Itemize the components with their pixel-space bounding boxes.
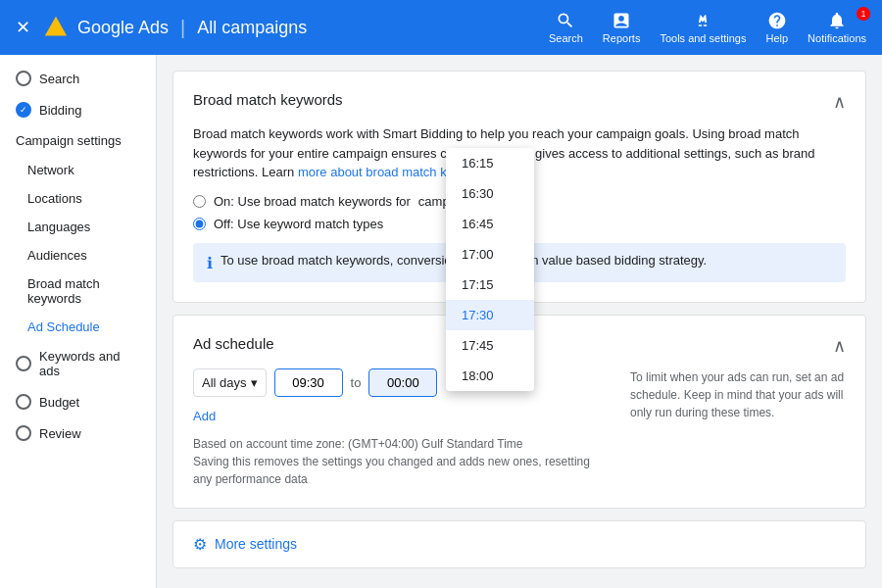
sidebar-item-broad-match[interactable]: Broad match keywords: [0, 270, 156, 313]
logo: Google Ads: [42, 14, 169, 41]
sidebar-review-indicator: [16, 425, 31, 441]
reports-nav-label: Reports: [603, 32, 641, 44]
main-content: Broad match keywords ∧ Broad match keywo…: [157, 55, 882, 588]
sidebar-item-network[interactable]: Network: [0, 156, 156, 184]
help-icon: [767, 11, 787, 30]
timezone-info: Based on account time zone: (GMT+04:00) …: [193, 435, 611, 453]
info-icon: ℹ: [207, 254, 213, 272]
schedule-right-info: To limit when your ads can run, set an a…: [630, 368, 846, 488]
time-option-17-00[interactable]: 17:00: [446, 239, 534, 270]
ad-schedule-title: Ad schedule: [193, 335, 274, 352]
sidebar: Search Bidding Campaign settings Network…: [0, 55, 157, 588]
sidebar-search-indicator: [16, 71, 31, 86]
time-option-17-30[interactable]: 17:30: [446, 300, 534, 330]
reports-nav-item[interactable]: Reports: [603, 11, 641, 44]
tools-nav-item[interactable]: Tools and settings: [660, 11, 746, 44]
start-time-input[interactable]: [274, 368, 343, 397]
search-nav-label: Search: [549, 32, 583, 44]
sidebar-item-keywords-and-ads[interactable]: Keywords and ads: [0, 341, 156, 386]
time-option-18-00[interactable]: 18:00: [446, 361, 534, 391]
sidebar-review-label: Review: [39, 426, 81, 441]
time-option-16-30[interactable]: 16:30: [446, 178, 534, 209]
sidebar-item-budget[interactable]: Budget: [0, 386, 156, 417]
schedule-row: All days ▾ to ✕: [193, 368, 611, 397]
sidebar-budget-indicator: [16, 394, 31, 410]
broad-match-off-label: Off: Use keyword match types: [214, 217, 383, 231]
broad-match-off-radio[interactable]: [193, 218, 206, 230]
day-dropdown-icon: ▾: [251, 375, 258, 390]
sidebar-item-locations[interactable]: Locations: [0, 184, 156, 213]
reports-icon: [612, 11, 631, 30]
sidebar-keywords-label: Keywords and ads: [39, 349, 140, 378]
close-icon[interactable]: ✕: [16, 17, 30, 38]
nav-divider: |: [180, 17, 185, 39]
sidebar-item-bidding[interactable]: Bidding: [0, 94, 156, 125]
time-option-17-15[interactable]: 17:15: [446, 270, 534, 300]
svg-marker-0: [45, 17, 67, 36]
time-option-16-15[interactable]: 16:15: [446, 148, 534, 178]
add-schedule-link[interactable]: Add: [193, 409, 216, 423]
saving-note: Saving this removes the settings you cha…: [193, 453, 611, 488]
sidebar-campaign-settings-title: Campaign settings: [0, 125, 156, 156]
google-ads-logo-icon: [42, 14, 70, 41]
broad-match-chevron[interactable]: ∧: [833, 91, 846, 113]
more-settings-section[interactable]: ⚙ More settings: [172, 520, 866, 568]
help-nav-item[interactable]: Help: [765, 11, 788, 44]
notifications-icon: [827, 11, 847, 30]
sidebar-keywords-indicator: [16, 356, 31, 371]
end-time-input[interactable]: [368, 368, 437, 397]
broad-match-on-label: On: Use broad match keywords for: [214, 194, 411, 209]
tools-icon: [693, 11, 712, 30]
broad-match-on-radio[interactable]: [193, 195, 206, 208]
sidebar-bidding-indicator: [16, 102, 31, 118]
help-nav-label: Help: [765, 32, 788, 44]
app-name: Google Ads: [77, 18, 169, 38]
day-selector[interactable]: All days ▾: [193, 368, 267, 397]
day-selector-value: All days: [202, 375, 247, 390]
top-nav: ✕ Google Ads | All campaigns Search Repo…: [0, 0, 882, 55]
time-option-16-45[interactable]: 16:45: [446, 209, 534, 239]
main-layout: Search Bidding Campaign settings Network…: [0, 55, 882, 588]
page-title: All campaigns: [197, 18, 307, 38]
broad-match-title: Broad match keywords: [193, 91, 343, 108]
to-label: to: [351, 375, 362, 390]
sidebar-item-ad-schedule[interactable]: Ad Schedule: [0, 313, 156, 341]
schedule-left: All days ▾ to ✕ Add Based on account tim…: [193, 368, 611, 488]
time-dropdown: 16:15 16:30 16:45 17:00 17:15 17:30 17:4…: [446, 148, 534, 391]
sidebar-item-search[interactable]: Search: [0, 63, 156, 94]
search-nav-item[interactable]: Search: [549, 11, 583, 44]
sidebar-bidding-label: Bidding: [39, 103, 81, 118]
sidebar-budget-label: Budget: [39, 395, 79, 410]
sidebar-item-review[interactable]: Review: [0, 417, 156, 449]
ad-schedule-chevron[interactable]: ∧: [833, 335, 846, 357]
tools-nav-label: Tools and settings: [660, 32, 746, 44]
sidebar-search-label: Search: [39, 72, 79, 86]
search-icon: [556, 11, 575, 30]
top-nav-actions: Search Reports Tools and settings Help 1…: [549, 11, 866, 44]
sidebar-item-audiences[interactable]: Audiences: [0, 241, 156, 270]
notification-badge-count: 1: [857, 7, 870, 21]
broad-match-header: Broad match keywords ∧: [193, 91, 846, 113]
gear-icon: ⚙: [193, 535, 207, 554]
time-option-17-45[interactable]: 17:45: [446, 330, 534, 361]
notifications-nav-label: Notifications: [808, 32, 866, 44]
notifications-nav-item[interactable]: 1 Notifications: [808, 11, 866, 44]
more-settings-label: More settings: [215, 536, 297, 552]
sidebar-item-languages[interactable]: Languages: [0, 213, 156, 241]
